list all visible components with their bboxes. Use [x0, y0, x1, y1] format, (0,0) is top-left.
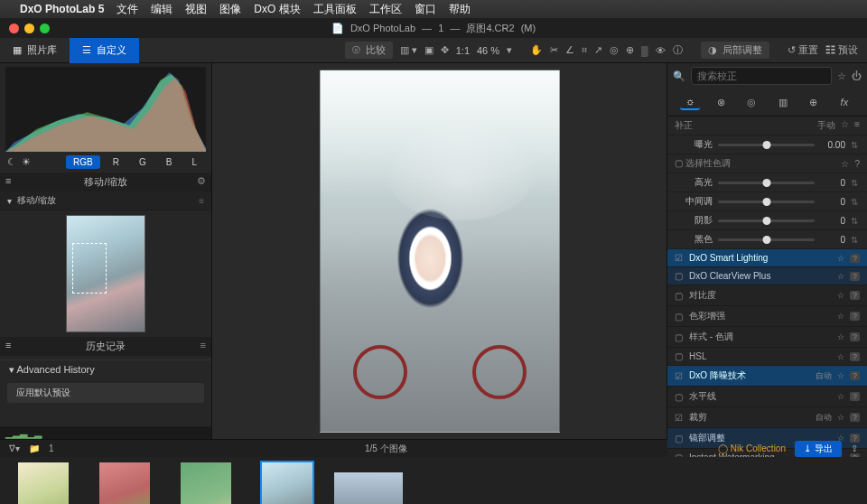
power-icon[interactable]: ⏻ — [852, 70, 862, 81]
slider-shadows[interactable]: 阴影0⇅ — [667, 211, 867, 230]
title-app: DxO PhotoLab — [350, 23, 415, 33]
nik-collection-button[interactable]: ◯ Nik Collection — [718, 443, 786, 453]
layout-icon[interactable]: ▥ ▾ — [400, 44, 417, 56]
reset-button[interactable]: ↺ 重置 — [788, 43, 818, 57]
fitscreen-icon[interactable]: ▣ — [424, 44, 434, 56]
channel-r-button[interactable]: R — [106, 155, 126, 169]
panel-color-enhance[interactable]: ▢色彩增强☆ ? — [667, 306, 867, 327]
histogram — [5, 67, 206, 152]
app-toolbar: ▦ 照片库 ☰ 自定义 ⦾ 比较 ▥ ▾ ▣ ✥ 1:1 46 % ▾ ✋ ✂ … — [0, 38, 867, 63]
local-adjust-button[interactable]: ◑ 局部调整 — [701, 42, 769, 59]
panel-hsl[interactable]: ▢HSL☆ ? — [667, 348, 867, 366]
thumb-4[interactable]: ☆☆☆☆☆原图4.CR2 — [253, 462, 322, 504]
repair-tool-icon[interactable]: ◎ — [610, 44, 619, 56]
close-icon[interactable] — [9, 23, 19, 33]
panel-denoise[interactable]: ☑DxO 降噪技术自动 ☆ ? — [667, 366, 867, 387]
tab-color-icon[interactable]: ⊗ — [711, 94, 731, 110]
thumb-1[interactable]: ☆☆☆☆☆原图1.dng — [9, 462, 78, 504]
panel-clearview[interactable]: ▢DxO ClearView Plus☆ ? — [667, 267, 867, 285]
title-modified: (M) — [521, 23, 536, 33]
meter-icon: ▁▂▃▁▂ — [5, 427, 42, 439]
slider-midtones[interactable]: 中间调0⇅ — [667, 192, 867, 211]
sharpness-tool-icon[interactable]: ▒ — [641, 45, 648, 56]
macos-menubar: DxO PhotoLab 5 文件 编辑 视图 图像 DxO 模块 工具面板 工… — [0, 0, 867, 18]
minimize-icon[interactable] — [24, 23, 34, 33]
hand-tool-icon[interactable]: ✋ — [530, 44, 543, 56]
tab-customize[interactable]: ☰ 自定义 — [70, 38, 139, 63]
tab-geometry-icon[interactable]: ▥ — [773, 94, 793, 110]
exposure-section-header: 补正 手动☆≡ — [667, 117, 867, 135]
tab-local-icon[interactable]: ⊕ — [804, 94, 824, 110]
thumb-3[interactable]: ☆☆☆☆☆原图3.CR2 — [172, 462, 240, 504]
panel-header-history[interactable]: ≡ 历史记录 ≡ — [0, 337, 211, 356]
highlight-clip-icon[interactable]: ☀ — [22, 156, 31, 168]
menu-window[interactable]: 窗口 — [415, 2, 436, 17]
tab-detail-icon[interactable]: ◎ — [741, 94, 761, 110]
menu-toolpanels[interactable]: 工具面板 — [313, 2, 357, 17]
preview-eye-icon[interactable]: 👁 — [656, 45, 666, 56]
tab-fx-icon[interactable]: fx — [834, 94, 854, 110]
panel-smart-lighting[interactable]: ☑DxO Smart Lighting☆ ? — [667, 249, 867, 267]
fullscreen-icon[interactable] — [40, 23, 50, 33]
search-corrections-input[interactable] — [691, 67, 832, 85]
image-viewer[interactable] — [212, 63, 667, 439]
folder-icon[interactable]: 📁 — [29, 443, 40, 453]
tab-library[interactable]: ▦ 照片库 — [0, 38, 70, 63]
selective-tone-header[interactable]: ▢ 选择性色调 ☆? — [667, 154, 867, 173]
panel-contrast[interactable]: ▢对比度☆ ? — [667, 285, 867, 306]
filmstrip: ☆☆☆☆☆原图1.dng ☆☆☆☆☆原图2.CR2 ☆☆☆☆☆原图3.CR2 ☆… — [0, 457, 867, 504]
horizon-tool-icon[interactable]: ∠ — [565, 44, 574, 56]
panel-header-movezoom[interactable]: ≡ 移动/缩放 ⚙ — [0, 173, 211, 191]
slider-blacks[interactable]: 黑色0⇅ — [667, 230, 867, 249]
tab-light-icon[interactable]: ☼ — [680, 94, 700, 110]
navigator-viewport-handle[interactable] — [72, 243, 107, 294]
slider-highlights[interactable]: 高光0⇅ — [667, 173, 867, 192]
panel-horizon[interactable]: ▢水平线☆ ? — [667, 387, 867, 407]
chevron-down-icon[interactable]: ▾ — [507, 44, 512, 56]
move-icon[interactable]: ✥ — [441, 44, 449, 56]
panel-style-tone[interactable]: ▢样式 - 色调☆ ? — [667, 327, 867, 348]
collapse-icon[interactable]: ≡ — [5, 175, 11, 186]
history-row-default-preset[interactable]: 应用默认预设 — [7, 383, 204, 403]
compare-button[interactable]: ⦾ 比较 — [345, 42, 393, 59]
menu-image[interactable]: 图像 — [219, 2, 241, 17]
menu-modules[interactable]: DxO 模块 — [254, 2, 300, 17]
shadow-clip-icon[interactable]: ☾ — [7, 156, 16, 168]
navigator-canvas[interactable] — [0, 210, 211, 337]
hamburger-icon[interactable]: ≡ — [199, 196, 204, 206]
info-icon[interactable]: ⓘ — [673, 43, 683, 57]
channel-g-button[interactable]: G — [132, 155, 154, 169]
gear-icon[interactable]: ≡ — [200, 340, 206, 350]
preset-button[interactable]: ☷ 预设 — [825, 43, 858, 57]
chevron-down-icon[interactable]: ▾ — [7, 196, 12, 206]
perspective-tool-icon[interactable]: ⌗ — [582, 44, 587, 56]
zoom-percent[interactable]: 46 % — [477, 45, 499, 56]
slider-exposure[interactable]: 曝光 0.00 ⇅ — [667, 135, 867, 154]
favorite-icon[interactable]: ☆ — [837, 70, 846, 82]
channel-rgb-button[interactable]: RGB — [66, 155, 100, 169]
app-name[interactable]: DxO PhotoLab 5 — [20, 3, 104, 15]
menu-view[interactable]: 视图 — [185, 2, 207, 17]
photo-canvas — [320, 70, 560, 433]
gear-icon[interactable]: ⚙ — [197, 175, 206, 187]
channel-l-button[interactable]: L — [184, 155, 204, 169]
stepper-icon[interactable]: ⇅ — [851, 140, 860, 150]
thumb-5[interactable]: ☆☆☆☆☆原图5.CR2 — [334, 462, 403, 504]
menu-help[interactable]: 帮助 — [449, 2, 471, 17]
panel-crop[interactable]: ☑裁剪自动 ☆ ? — [667, 407, 867, 428]
zoom-1to1-button[interactable]: 1:1 — [456, 45, 470, 56]
filter-icon[interactable]: ∇▾ — [9, 443, 20, 453]
collapse-icon[interactable]: ≡ — [5, 340, 11, 350]
menu-edit[interactable]: 编辑 — [151, 2, 172, 17]
menu-workspace[interactable]: 工作区 — [369, 2, 402, 17]
export-button[interactable]: ⤓ 导出 — [795, 441, 842, 457]
doc-icon: 📄 — [331, 23, 344, 33]
whitebalance-tool-icon[interactable]: ↗ — [594, 44, 602, 56]
menu-file[interactable]: 文件 — [117, 2, 138, 17]
channel-b-button[interactable]: B — [159, 155, 180, 169]
thumb-2[interactable]: ☆☆☆☆☆原图2.CR2 — [90, 462, 159, 504]
share-icon[interactable]: ⇪ — [851, 443, 858, 453]
history-row-advanced[interactable]: ▾ Advanced History — [0, 359, 211, 379]
crop-tool-icon[interactable]: ✂ — [550, 44, 558, 56]
redeye-tool-icon[interactable]: ⊕ — [626, 44, 634, 56]
